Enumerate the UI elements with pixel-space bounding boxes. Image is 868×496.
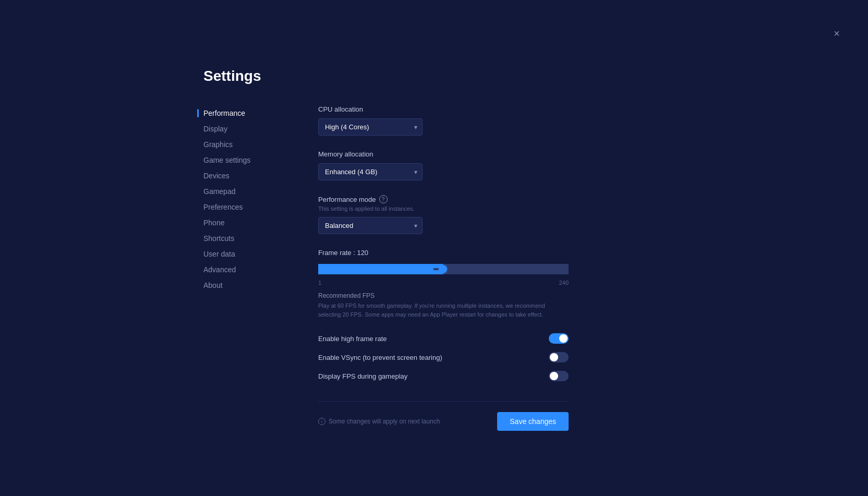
footer-bar: i Some changes will apply on next launch… [318,401,569,431]
toggle-label-display-fps: Display FPS during gameplay [318,372,407,380]
toggle-vsync[interactable] [549,352,569,362]
footer-note-text: Some changes will apply on next launch [329,418,440,425]
slider-range-labels: 1 240 [318,280,569,286]
sidebar-item-display[interactable]: Display [203,121,287,137]
sidebar-item-phone[interactable]: Phone [203,215,287,231]
recommended-fps-label: Recommended FPS [318,292,569,299]
toggles-container: Enable high frame rateEnable VSync (to p… [318,329,569,385]
performance-mode-section: Performance mode ? This setting is appli… [318,195,569,234]
performance-mode-select[interactable]: Power savingBalancedHigh performance [318,217,423,234]
frame-rate-slider[interactable] [318,264,569,274]
sidebar-item-game-settings[interactable]: Game settings [203,152,287,168]
performance-mode-info-icon[interactable]: ? [379,195,388,203]
toggle-knob-vsync [550,353,558,361]
sidebar-item-user-data[interactable]: User data [203,246,287,262]
toggle-high-frame-rate[interactable] [549,333,569,344]
sidebar-item-advanced[interactable]: Advanced [203,262,287,277]
frame-rate-slider-container [318,264,569,276]
cpu-allocation-section: CPU allocation Low (1 Core)Medium (2 Cor… [318,105,569,136]
memory-allocation-label: Memory allocation [318,150,569,158]
sidebar-item-devices[interactable]: Devices [203,168,287,184]
sidebar-item-gamepad[interactable]: Gamepad [203,184,287,199]
sidebar-item-preferences[interactable]: Preferences [203,199,287,215]
sidebar: PerformanceDisplayGraphicsGame settingsD… [203,105,287,441]
performance-mode-wrapper: Power savingBalancedHigh performance ▾ [318,217,423,234]
close-button[interactable]: × [831,26,842,41]
cpu-allocation-label: CPU allocation [318,105,569,113]
performance-mode-label: Performance mode [318,196,376,203]
slider-max-label: 240 [559,280,569,286]
memory-allocation-section: Memory allocation Standard (1 GB)Medium … [318,150,569,180]
page-title: Settings [203,68,569,84]
performance-mode-header: Performance mode ? [318,195,569,203]
frame-rate-section: Frame rate : 120 1 240 Recommended FPS P… [318,249,569,319]
toggle-display-fps[interactable] [549,371,569,381]
cpu-allocation-wrapper: Low (1 Core)Medium (2 Cores)High (4 Core… [318,118,423,136]
footer-note: i Some changes will apply on next launch [318,418,440,425]
sidebar-item-performance[interactable]: Performance [203,105,287,121]
settings-layout: PerformanceDisplayGraphicsGame settingsD… [203,105,569,441]
toggle-row-high-frame-rate: Enable high frame rate [318,329,569,348]
frame-rate-label: Frame rate : 120 [318,249,569,257]
toggle-label-high-frame-rate: Enable high frame rate [318,335,387,343]
toggle-row-vsync: Enable VSync (to prevent screen tearing) [318,348,569,367]
toggle-label-vsync: Enable VSync (to prevent screen tearing) [318,354,442,361]
settings-container: Settings PerformanceDisplayGraphicsGame … [203,68,569,441]
toggle-row-display-fps: Display FPS during gameplay [318,367,569,385]
main-content: CPU allocation Low (1 Core)Medium (2 Cor… [318,105,569,441]
slider-min-label: 1 [318,280,321,286]
memory-allocation-select[interactable]: Standard (1 GB)Medium (2 GB)Enhanced (4 … [318,163,423,180]
sidebar-item-about[interactable]: About [203,277,287,293]
cpu-allocation-select[interactable]: Low (1 Core)Medium (2 Cores)High (4 Core… [318,118,423,136]
toggle-knob-high-frame-rate [559,334,568,343]
sidebar-item-graphics[interactable]: Graphics [203,137,287,152]
performance-mode-subtitle: This setting is applied to all instances… [318,205,569,212]
recommended-fps-desc: Play at 60 FPS for smooth gameplay. If y… [318,301,569,319]
toggle-knob-display-fps [550,372,558,380]
sidebar-item-shortcuts[interactable]: Shortcuts [203,231,287,246]
save-changes-button[interactable]: Save changes [497,412,569,431]
footer-info-icon: i [318,418,326,425]
memory-allocation-wrapper: Standard (1 GB)Medium (2 GB)Enhanced (4 … [318,163,423,180]
